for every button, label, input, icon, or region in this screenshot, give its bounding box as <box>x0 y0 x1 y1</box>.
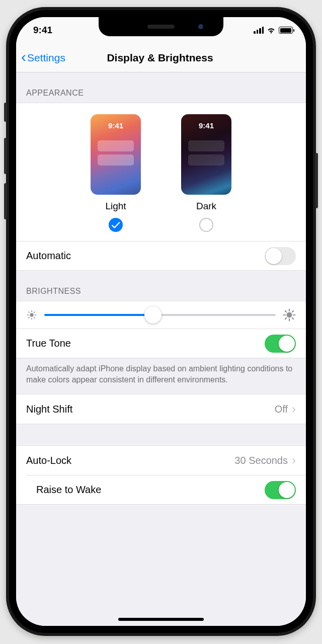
section-header-appearance: Appearance <box>16 72 306 103</box>
automatic-row[interactable]: Automatic <box>16 241 306 270</box>
raise-to-wake-row[interactable]: Raise to Wake <box>26 475 306 504</box>
navigation-bar: ‹ Settings Display & Brightness <box>16 43 306 72</box>
true-tone-switch[interactable] <box>265 335 296 353</box>
sun-high-icon <box>283 308 296 321</box>
auto-lock-value: 30 Seconds <box>234 455 288 466</box>
svg-point-0 <box>30 313 33 316</box>
home-indicator[interactable] <box>118 618 204 621</box>
light-mode-label: Light <box>105 201 126 212</box>
true-tone-row[interactable]: True Tone <box>16 329 306 358</box>
chevron-left-icon: ‹ <box>21 49 26 64</box>
brightness-slider[interactable] <box>44 314 276 316</box>
cellular-signal-icon <box>254 27 264 34</box>
svg-point-9 <box>287 312 292 318</box>
light-mode-radio[interactable] <box>109 218 123 232</box>
automatic-switch[interactable] <box>265 247 296 265</box>
svg-line-16 <box>285 318 286 319</box>
back-button[interactable]: ‹ Settings <box>21 51 65 64</box>
chevron-right-icon: › <box>292 402 296 416</box>
section-header-brightness: Brightness <box>16 271 306 301</box>
dark-mode-label: Dark <box>196 201 216 212</box>
svg-line-15 <box>292 318 293 319</box>
night-shift-label: Night Shift <box>26 404 72 415</box>
svg-line-14 <box>285 311 286 312</box>
wifi-icon <box>267 27 276 34</box>
status-time: 9:41 <box>33 25 52 36</box>
notch <box>99 17 223 36</box>
auto-lock-label: Auto-Lock <box>26 455 71 466</box>
dark-mode-thumbnail: 9:41 <box>181 114 231 195</box>
svg-line-7 <box>29 317 30 318</box>
night-shift-row[interactable]: Night Shift Off › <box>16 394 306 424</box>
svg-line-6 <box>34 317 35 318</box>
true-tone-label: True Tone <box>26 338 71 349</box>
dark-mode-radio[interactable] <box>199 218 213 232</box>
sun-low-icon <box>26 309 37 320</box>
battery-icon <box>279 27 293 34</box>
checkmark-icon <box>112 222 120 228</box>
appearance-option-light[interactable]: 9:41 Light <box>91 114 141 232</box>
true-tone-description: Automatically adapt iPhone display based… <box>16 358 306 394</box>
auto-lock-row[interactable]: Auto-Lock 30 Seconds › <box>16 446 306 475</box>
phone-frame: 9:41 ‹ Settings Display & Brightness App… <box>6 7 316 636</box>
back-label: Settings <box>27 52 65 64</box>
page-title: Display & Brightness <box>107 52 213 64</box>
raise-to-wake-label: Raise to Wake <box>36 484 101 496</box>
automatic-label: Automatic <box>26 250 71 262</box>
brightness-slider-row[interactable] <box>16 301 306 329</box>
chevron-right-icon: › <box>292 453 296 467</box>
night-shift-value: Off <box>275 404 288 415</box>
light-mode-thumbnail: 9:41 <box>91 114 141 195</box>
raise-to-wake-switch[interactable] <box>265 481 296 499</box>
svg-line-17 <box>292 311 293 312</box>
svg-line-8 <box>34 312 35 313</box>
appearance-option-dark[interactable]: 9:41 Dark <box>181 114 231 232</box>
svg-line-5 <box>29 312 30 313</box>
